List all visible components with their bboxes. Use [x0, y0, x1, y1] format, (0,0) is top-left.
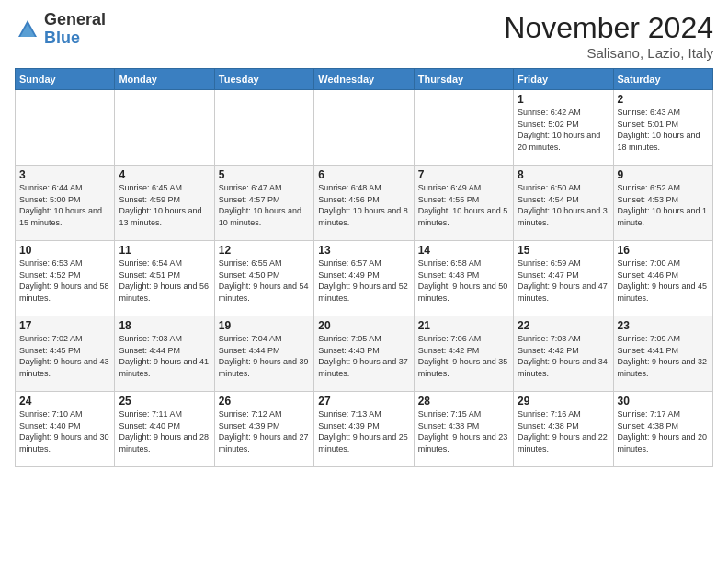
day-number: 22: [518, 319, 609, 332]
calendar-cell-4-5: 29Sunrise: 7:16 AM Sunset: 4:38 PM Dayli…: [514, 392, 613, 467]
calendar-cell-1-0: 3Sunrise: 6:44 AM Sunset: 5:00 PM Daylig…: [16, 166, 115, 241]
day-info: Sunrise: 6:55 AM Sunset: 4:50 PM Dayligh…: [219, 258, 310, 304]
day-number: 13: [318, 244, 409, 257]
day-info: Sunrise: 7:04 AM Sunset: 4:44 PM Dayligh…: [219, 333, 310, 379]
header-wednesday: Wednesday: [314, 69, 414, 90]
day-number: 18: [119, 319, 210, 332]
calendar-cell-1-3: 6Sunrise: 6:48 AM Sunset: 4:56 PM Daylig…: [314, 166, 414, 241]
calendar-week-0: 1Sunrise: 6:42 AM Sunset: 5:02 PM Daylig…: [16, 90, 713, 166]
day-info: Sunrise: 7:13 AM Sunset: 4:39 PM Dayligh…: [318, 408, 409, 454]
day-info: Sunrise: 7:02 AM Sunset: 4:45 PM Dayligh…: [19, 333, 110, 379]
day-number: 17: [19, 319, 110, 332]
calendar-cell-3-6: 23Sunrise: 7:09 AM Sunset: 4:41 PM Dayli…: [613, 316, 712, 392]
day-info: Sunrise: 7:05 AM Sunset: 4:43 PM Dayligh…: [318, 333, 409, 379]
day-number: 27: [318, 395, 409, 408]
day-info: Sunrise: 6:48 AM Sunset: 4:56 PM Dayligh…: [318, 182, 409, 228]
calendar-header-row: SundayMondayTuesdayWednesdayThursdayFrid…: [16, 69, 713, 90]
day-info: Sunrise: 7:17 AM Sunset: 4:38 PM Dayligh…: [618, 408, 709, 454]
day-number: 5: [219, 168, 310, 181]
day-info: Sunrise: 6:43 AM Sunset: 5:01 PM Dayligh…: [618, 107, 709, 153]
day-info: Sunrise: 6:59 AM Sunset: 4:47 PM Dayligh…: [518, 258, 609, 304]
day-number: 21: [418, 319, 509, 332]
title-block: November 2024 Salisano, Lazio, Italy: [504, 11, 713, 61]
calendar-cell-4-6: 30Sunrise: 7:17 AM Sunset: 4:38 PM Dayli…: [613, 392, 712, 467]
day-number: 16: [618, 244, 709, 257]
day-info: Sunrise: 7:10 AM Sunset: 4:40 PM Dayligh…: [19, 408, 110, 454]
calendar-cell-0-2: [214, 90, 313, 166]
day-number: 24: [19, 395, 110, 408]
day-number: 2: [618, 93, 709, 106]
header-thursday: Thursday: [414, 69, 513, 90]
day-info: Sunrise: 7:11 AM Sunset: 4:40 PM Dayligh…: [119, 408, 210, 454]
day-info: Sunrise: 7:16 AM Sunset: 4:38 PM Dayligh…: [518, 408, 609, 454]
day-info: Sunrise: 6:50 AM Sunset: 4:54 PM Dayligh…: [518, 182, 609, 228]
day-number: 15: [518, 244, 609, 257]
calendar-cell-1-4: 7Sunrise: 6:49 AM Sunset: 4:55 PM Daylig…: [414, 166, 513, 241]
calendar-cell-1-5: 8Sunrise: 6:50 AM Sunset: 4:54 PM Daylig…: [514, 166, 613, 241]
calendar-cell-0-6: 2Sunrise: 6:43 AM Sunset: 5:01 PM Daylig…: [613, 90, 712, 166]
day-number: 19: [219, 319, 310, 332]
day-info: Sunrise: 7:15 AM Sunset: 4:38 PM Dayligh…: [418, 408, 509, 454]
day-number: 8: [518, 168, 609, 181]
logo: General Blue: [15, 11, 106, 48]
logo-icon: [15, 17, 40, 42]
calendar-cell-1-6: 9Sunrise: 6:52 AM Sunset: 4:53 PM Daylig…: [613, 166, 712, 241]
day-number: 9: [618, 168, 709, 181]
logo-text: General Blue: [44, 11, 106, 48]
page-header: General Blue November 2024 Salisano, Laz…: [15, 11, 713, 61]
day-info: Sunrise: 6:58 AM Sunset: 4:48 PM Dayligh…: [418, 258, 509, 304]
calendar-cell-1-1: 4Sunrise: 6:45 AM Sunset: 4:59 PM Daylig…: [115, 166, 214, 241]
day-number: 29: [518, 395, 609, 408]
day-info: Sunrise: 7:09 AM Sunset: 4:41 PM Dayligh…: [618, 333, 709, 379]
location: Salisano, Lazio, Italy: [504, 45, 713, 61]
day-number: 4: [119, 168, 210, 181]
header-saturday: Saturday: [613, 69, 712, 90]
day-info: Sunrise: 6:45 AM Sunset: 4:59 PM Dayligh…: [119, 182, 210, 228]
day-info: Sunrise: 6:52 AM Sunset: 4:53 PM Dayligh…: [618, 182, 709, 228]
day-info: Sunrise: 6:53 AM Sunset: 4:52 PM Dayligh…: [19, 258, 110, 304]
calendar-cell-4-2: 26Sunrise: 7:12 AM Sunset: 4:39 PM Dayli…: [214, 392, 313, 467]
calendar-cell-0-5: 1Sunrise: 6:42 AM Sunset: 5:02 PM Daylig…: [514, 90, 613, 166]
day-info: Sunrise: 7:06 AM Sunset: 4:42 PM Dayligh…: [418, 333, 509, 379]
calendar-cell-2-3: 13Sunrise: 6:57 AM Sunset: 4:49 PM Dayli…: [314, 241, 414, 316]
header-friday: Friday: [514, 69, 613, 90]
calendar-cell-4-3: 27Sunrise: 7:13 AM Sunset: 4:39 PM Dayli…: [314, 392, 414, 467]
calendar-week-3: 17Sunrise: 7:02 AM Sunset: 4:45 PM Dayli…: [16, 316, 713, 392]
calendar-cell-4-1: 25Sunrise: 7:11 AM Sunset: 4:40 PM Dayli…: [115, 392, 214, 467]
page-container: General Blue November 2024 Salisano, Laz…: [0, 0, 728, 475]
day-info: Sunrise: 6:54 AM Sunset: 4:51 PM Dayligh…: [119, 258, 210, 304]
day-info: Sunrise: 6:44 AM Sunset: 5:00 PM Dayligh…: [19, 182, 110, 228]
day-info: Sunrise: 6:49 AM Sunset: 4:55 PM Dayligh…: [418, 182, 509, 228]
calendar-week-4: 24Sunrise: 7:10 AM Sunset: 4:40 PM Dayli…: [16, 392, 713, 467]
day-number: 25: [119, 395, 210, 408]
calendar-table: SundayMondayTuesdayWednesdayThursdayFrid…: [15, 68, 713, 467]
logo-general: General: [44, 10, 106, 29]
calendar-cell-3-5: 22Sunrise: 7:08 AM Sunset: 4:42 PM Dayli…: [514, 316, 613, 392]
day-number: 20: [318, 319, 409, 332]
day-number: 30: [618, 395, 709, 408]
day-number: 10: [19, 244, 110, 257]
calendar-cell-1-2: 5Sunrise: 6:47 AM Sunset: 4:57 PM Daylig…: [214, 166, 313, 241]
calendar-cell-2-1: 11Sunrise: 6:54 AM Sunset: 4:51 PM Dayli…: [115, 241, 214, 316]
day-number: 14: [418, 244, 509, 257]
calendar-cell-0-0: [16, 90, 115, 166]
day-info: Sunrise: 7:08 AM Sunset: 4:42 PM Dayligh…: [518, 333, 609, 379]
calendar-cell-0-4: [414, 90, 513, 166]
day-number: 3: [19, 168, 110, 181]
calendar-cell-3-0: 17Sunrise: 7:02 AM Sunset: 4:45 PM Dayli…: [16, 316, 115, 392]
calendar-cell-4-0: 24Sunrise: 7:10 AM Sunset: 4:40 PM Dayli…: [16, 392, 115, 467]
day-info: Sunrise: 7:00 AM Sunset: 4:46 PM Dayligh…: [618, 258, 709, 304]
calendar-cell-4-4: 28Sunrise: 7:15 AM Sunset: 4:38 PM Dayli…: [414, 392, 513, 467]
day-number: 23: [618, 319, 709, 332]
header-sunday: Sunday: [16, 69, 115, 90]
calendar-cell-2-4: 14Sunrise: 6:58 AM Sunset: 4:48 PM Dayli…: [414, 241, 513, 316]
day-info: Sunrise: 6:57 AM Sunset: 4:49 PM Dayligh…: [318, 258, 409, 304]
header-tuesday: Tuesday: [214, 69, 313, 90]
calendar-cell-0-3: [314, 90, 414, 166]
header-monday: Monday: [115, 69, 214, 90]
day-number: 28: [418, 395, 509, 408]
calendar-cell-0-1: [115, 90, 214, 166]
day-number: 26: [219, 395, 310, 408]
day-info: Sunrise: 6:42 AM Sunset: 5:02 PM Dayligh…: [518, 107, 609, 153]
day-number: 7: [418, 168, 509, 181]
